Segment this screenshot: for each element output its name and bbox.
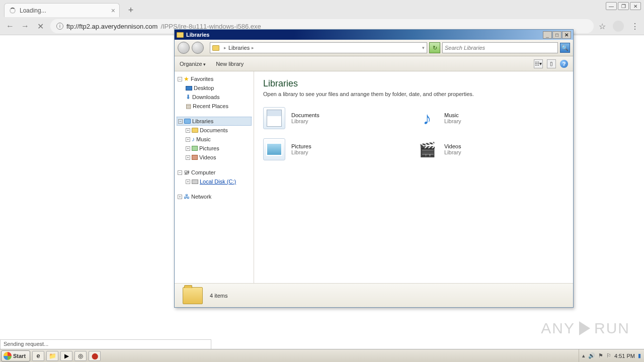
library-documents[interactable]: DocumentsLibrary	[263, 107, 411, 129]
tree-favorites[interactable]: −★Favorites	[177, 74, 252, 83]
tree-item-downloads[interactable]: ⬇Downloads	[177, 93, 252, 102]
taskbar: Start e 📁 ▶ ◎ ⬤ ▴ 🔊 ⚑ ⚐ 4:51 PM ▮	[0, 349, 644, 362]
folder-icon	[177, 32, 184, 38]
tree-item-localdisk[interactable]: +Local Disk (C:)	[177, 177, 252, 186]
profile-avatar[interactable]	[613, 21, 624, 32]
new-tab-button[interactable]: +	[125, 4, 137, 16]
tree-item-videos[interactable]: +Videos	[177, 153, 252, 162]
tab-strip: Loading... × +	[0, 0, 644, 17]
taskbar-chrome[interactable]: ◎	[74, 351, 87, 361]
taskbar-app[interactable]: ⬤	[89, 351, 101, 361]
expand-icon[interactable]: +	[186, 155, 190, 160]
folder-icon	[212, 45, 219, 51]
loading-spinner-icon	[10, 8, 16, 14]
taskbar-ie[interactable]: e	[32, 351, 44, 361]
video-icon	[192, 155, 198, 160]
flag-icon[interactable]: ⚐	[606, 352, 611, 359]
back-button[interactable]: ←	[5, 21, 15, 31]
organize-menu[interactable]: Organize	[180, 61, 206, 67]
disk-icon	[192, 179, 198, 184]
tray-icon[interactable]: ⚑	[598, 352, 603, 359]
url-host: ftp://ftp2.ap.averydennison.com	[66, 23, 157, 30]
nav-tree: −★Favorites Desktop ⬇Downloads ▤Recent P…	[175, 71, 254, 283]
library-pictures[interactable]: PicturesLibrary	[263, 138, 411, 160]
tree-item-pictures[interactable]: +Pictures	[177, 144, 252, 153]
folder-icon	[192, 128, 198, 133]
chevron-down-icon[interactable]: ▾	[422, 45, 425, 50]
tree-item-recent[interactable]: ▤Recent Places	[177, 102, 252, 111]
refresh-button[interactable]: ↻	[429, 42, 440, 53]
new-library-button[interactable]: New library	[216, 61, 244, 67]
picture-icon	[192, 146, 198, 151]
menu-icon[interactable]: ⋮	[631, 22, 639, 31]
download-icon: ⬇	[186, 94, 191, 101]
tree-item-documents[interactable]: +Documents	[177, 126, 252, 135]
start-button[interactable]: Start	[1, 350, 30, 361]
taskbar-explorer[interactable]: 📁	[46, 351, 58, 361]
chevron-right-icon: ▸	[252, 45, 254, 50]
window-title: Libraries	[186, 32, 209, 38]
explorer-toolbar: Organize New library ☷▾ ▯ ?	[175, 56, 573, 71]
windows-logo-icon	[4, 352, 12, 360]
tree-network[interactable]: +🖧Network	[177, 192, 252, 201]
collapse-icon[interactable]: −	[178, 119, 183, 124]
expand-icon[interactable]: +	[186, 137, 190, 142]
explorer-content: Libraries Open a library to see your fil…	[254, 71, 573, 283]
tree-item-desktop[interactable]: Desktop	[177, 83, 252, 93]
preview-pane-button[interactable]: ▯	[547, 59, 556, 68]
explorer-nav: ▸ Libraries ▸ ▾ ↻ 🔍	[175, 40, 573, 56]
browser-tab[interactable]: Loading... ×	[4, 3, 120, 17]
music-icon	[416, 107, 438, 129]
search-button[interactable]: 🔍	[560, 43, 570, 53]
videos-icon	[416, 138, 438, 160]
status-text: 4 items	[210, 293, 227, 299]
collapse-icon[interactable]: −	[178, 170, 182, 175]
expand-icon[interactable]: +	[186, 146, 190, 151]
explorer-statusbar: 4 items	[175, 283, 573, 307]
nav-back-button[interactable]	[178, 42, 190, 54]
collapse-icon[interactable]: −	[178, 77, 182, 81]
music-icon: ♪	[192, 136, 195, 143]
search-box[interactable]	[442, 42, 558, 53]
win-maximize-icon[interactable]: □	[552, 31, 561, 39]
site-info-icon[interactable]: i	[56, 23, 63, 30]
search-input[interactable]	[445, 45, 555, 51]
bookmark-icon[interactable]: ☆	[599, 22, 606, 31]
browser-status: Sending request...	[0, 339, 211, 349]
play-icon	[579, 321, 590, 335]
win-close-icon[interactable]: ✕	[562, 31, 571, 39]
content-subtext: Open a library to see your files and arr…	[263, 91, 564, 97]
taskbar-media[interactable]: ▶	[60, 351, 72, 361]
chevron-right-icon: ▸	[224, 45, 226, 50]
expand-icon[interactable]: +	[186, 179, 190, 184]
clock[interactable]: 4:51 PM	[614, 353, 635, 359]
view-options-button[interactable]: ☷▾	[534, 59, 543, 68]
documents-icon	[263, 107, 285, 129]
tray-expand-icon[interactable]: ▴	[582, 352, 585, 359]
breadcrumb-text: Libraries	[228, 45, 250, 51]
breadcrumb[interactable]: ▸ Libraries ▸ ▾	[210, 42, 427, 53]
tree-libraries[interactable]: −Libraries	[177, 117, 252, 126]
content-heading: Libraries	[263, 78, 564, 89]
volume-icon[interactable]: 🔊	[588, 352, 595, 359]
show-desktop[interactable]: ▮	[638, 352, 641, 359]
tab-title: Loading...	[20, 7, 46, 14]
network-icon: 🖧	[184, 193, 190, 200]
star-icon: ★	[184, 75, 189, 82]
expand-icon[interactable]: +	[186, 128, 190, 133]
expand-icon[interactable]: +	[178, 195, 182, 199]
library-videos[interactable]: VideosLibrary	[416, 138, 564, 160]
help-icon[interactable]: ?	[560, 60, 568, 68]
watermark: ANY RUN	[541, 320, 630, 337]
explorer-titlebar[interactable]: Libraries _ □ ✕	[175, 30, 573, 40]
tree-item-music[interactable]: +♪Music	[177, 135, 252, 144]
tree-computer[interactable]: −🖳Computer	[177, 168, 252, 177]
nav-forward-button[interactable]	[192, 42, 204, 54]
stop-button[interactable]: ✕	[35, 21, 45, 31]
tab-close-icon[interactable]: ×	[111, 7, 115, 15]
forward-button[interactable]: →	[20, 21, 30, 31]
win-minimize-icon[interactable]: _	[543, 31, 552, 39]
system-tray: ▴ 🔊 ⚑ ⚐ 4:51 PM ▮	[579, 349, 644, 362]
library-music[interactable]: MusicLibrary	[416, 107, 564, 129]
recent-icon: ▤	[186, 103, 191, 110]
